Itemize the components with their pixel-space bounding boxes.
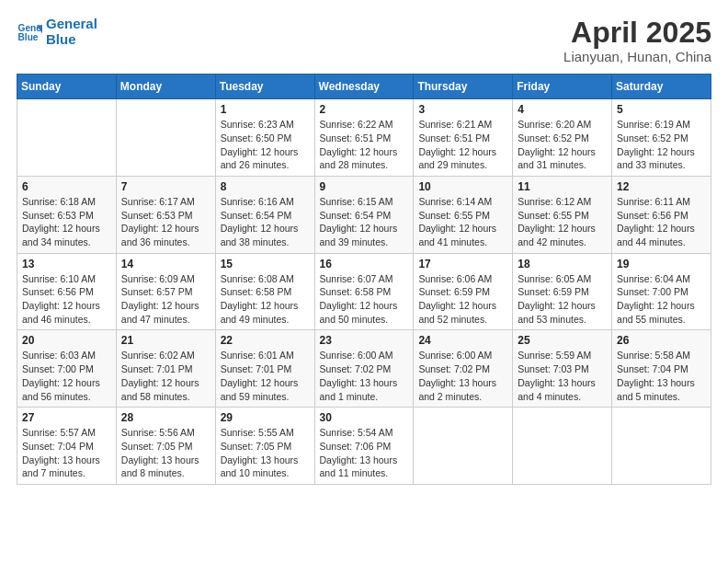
- calendar-table: SundayMondayTuesdayWednesdayThursdayFrid…: [17, 74, 711, 485]
- calendar-cell: [414, 408, 513, 485]
- calendar-subtitle: Lianyuan, Hunan, China: [563, 49, 711, 64]
- calendar-cell: 11Sunrise: 6:12 AM Sunset: 6:55 PM Dayli…: [513, 176, 612, 253]
- day-number: 6: [22, 180, 111, 193]
- day-number: 28: [121, 411, 210, 424]
- calendar-cell: 16Sunrise: 6:07 AM Sunset: 6:58 PM Dayli…: [314, 253, 414, 330]
- day-info: Sunrise: 6:08 AM Sunset: 6:58 PM Dayligh…: [221, 272, 310, 327]
- calendar-week-4: 20Sunrise: 6:03 AM Sunset: 7:00 PM Dayli…: [17, 330, 711, 408]
- day-number: 17: [418, 258, 507, 270]
- day-info: Sunrise: 6:20 AM Sunset: 6:52 PM Dayligh…: [518, 118, 607, 172]
- day-info: Sunrise: 5:56 AM Sunset: 7:05 PM Dayligh…: [121, 426, 210, 480]
- calendar-cell: 10Sunrise: 6:14 AM Sunset: 6:55 PM Dayli…: [414, 176, 513, 253]
- header: General Blue General Blue April 2025 Lia…: [17, 17, 711, 64]
- header-day-sunday: Sunday: [17, 75, 117, 99]
- day-info: Sunrise: 5:57 AM Sunset: 7:04 PM Dayligh…: [22, 426, 111, 480]
- day-info: Sunrise: 6:21 AM Sunset: 6:51 PM Dayligh…: [418, 118, 507, 172]
- calendar-title: April 2025: [563, 17, 711, 49]
- day-number: 2: [320, 103, 409, 116]
- day-info: Sunrise: 6:00 AM Sunset: 7:02 PM Dayligh…: [320, 349, 409, 403]
- calendar-cell: [116, 99, 215, 177]
- calendar-cell: 15Sunrise: 6:08 AM Sunset: 6:58 PM Dayli…: [215, 253, 314, 330]
- calendar-cell: 12Sunrise: 6:11 AM Sunset: 6:56 PM Dayli…: [612, 176, 711, 253]
- calendar-cell: 30Sunrise: 5:54 AM Sunset: 7:06 PM Dayli…: [314, 408, 414, 485]
- calendar-cell: 17Sunrise: 6:06 AM Sunset: 6:59 PM Dayli…: [414, 253, 513, 330]
- header-day-thursday: Thursday: [414, 75, 513, 99]
- calendar-cell: 5Sunrise: 6:19 AM Sunset: 6:52 PM Daylig…: [612, 99, 711, 177]
- day-number: 9: [320, 180, 409, 193]
- day-number: 14: [121, 258, 210, 270]
- day-number: 12: [617, 180, 706, 193]
- day-number: 21: [121, 334, 210, 347]
- day-number: 10: [418, 180, 507, 193]
- day-info: Sunrise: 6:15 AM Sunset: 6:54 PM Dayligh…: [320, 195, 409, 249]
- calendar-header-row: SundayMondayTuesdayWednesdayThursdayFrid…: [17, 75, 711, 99]
- day-number: 3: [418, 103, 507, 116]
- calendar-header: SundayMondayTuesdayWednesdayThursdayFrid…: [17, 75, 711, 99]
- header-day-friday: Friday: [513, 75, 612, 99]
- calendar-cell: 9Sunrise: 6:15 AM Sunset: 6:54 PM Daylig…: [314, 176, 414, 253]
- day-number: 18: [518, 258, 607, 270]
- calendar-cell: 21Sunrise: 6:02 AM Sunset: 7:01 PM Dayli…: [116, 330, 215, 408]
- calendar-cell: 22Sunrise: 6:01 AM Sunset: 7:01 PM Dayli…: [215, 330, 314, 408]
- calendar-week-1: 1Sunrise: 6:23 AM Sunset: 6:50 PM Daylig…: [17, 99, 711, 177]
- day-info: Sunrise: 6:11 AM Sunset: 6:56 PM Dayligh…: [617, 195, 706, 249]
- day-number: 26: [617, 334, 706, 347]
- day-number: 13: [22, 258, 111, 270]
- header-day-tuesday: Tuesday: [215, 75, 314, 99]
- header-day-monday: Monday: [116, 75, 215, 99]
- day-number: 4: [518, 103, 607, 116]
- calendar-cell: 4Sunrise: 6:20 AM Sunset: 6:52 PM Daylig…: [513, 99, 612, 177]
- calendar-cell: 26Sunrise: 5:58 AM Sunset: 7:04 PM Dayli…: [612, 330, 711, 408]
- logo-line2: Blue: [46, 31, 76, 47]
- calendar-week-3: 13Sunrise: 6:10 AM Sunset: 6:56 PM Dayli…: [17, 253, 711, 330]
- calendar-week-5: 27Sunrise: 5:57 AM Sunset: 7:04 PM Dayli…: [17, 408, 711, 485]
- day-info: Sunrise: 6:14 AM Sunset: 6:55 PM Dayligh…: [418, 195, 507, 249]
- calendar-cell: 2Sunrise: 6:22 AM Sunset: 6:51 PM Daylig…: [314, 99, 414, 177]
- day-info: Sunrise: 6:10 AM Sunset: 6:56 PM Dayligh…: [22, 272, 111, 327]
- day-number: 7: [121, 180, 210, 193]
- calendar-cell: 14Sunrise: 6:09 AM Sunset: 6:57 PM Dayli…: [116, 253, 215, 330]
- calendar-cell: 19Sunrise: 6:04 AM Sunset: 7:00 PM Dayli…: [612, 253, 711, 330]
- calendar-cell: [612, 408, 711, 485]
- day-number: 30: [320, 411, 409, 424]
- day-number: 15: [221, 258, 310, 270]
- day-number: 24: [418, 334, 507, 347]
- calendar-cell: 8Sunrise: 6:16 AM Sunset: 6:54 PM Daylig…: [215, 176, 314, 253]
- calendar-cell: 23Sunrise: 6:00 AM Sunset: 7:02 PM Dayli…: [314, 330, 414, 408]
- day-info: Sunrise: 6:00 AM Sunset: 7:02 PM Dayligh…: [418, 349, 507, 403]
- calendar-cell: 27Sunrise: 5:57 AM Sunset: 7:04 PM Dayli…: [17, 408, 117, 485]
- calendar-cell: 13Sunrise: 6:10 AM Sunset: 6:56 PM Dayli…: [17, 253, 117, 330]
- calendar-cell: 1Sunrise: 6:23 AM Sunset: 6:50 PM Daylig…: [215, 99, 314, 177]
- day-info: Sunrise: 6:17 AM Sunset: 6:53 PM Dayligh…: [121, 195, 210, 249]
- day-info: Sunrise: 5:55 AM Sunset: 7:05 PM Dayligh…: [221, 426, 310, 480]
- day-number: 5: [617, 103, 706, 116]
- title-block: April 2025 Lianyuan, Hunan, China: [563, 17, 711, 64]
- day-number: 25: [518, 334, 607, 347]
- logo-text: General Blue: [46, 17, 97, 47]
- day-number: 8: [221, 180, 310, 193]
- logo: General Blue General Blue: [17, 17, 97, 47]
- day-info: Sunrise: 5:58 AM Sunset: 7:04 PM Dayligh…: [617, 349, 706, 403]
- calendar-body: 1Sunrise: 6:23 AM Sunset: 6:50 PM Daylig…: [17, 99, 711, 485]
- day-info: Sunrise: 6:06 AM Sunset: 6:59 PM Dayligh…: [418, 272, 507, 327]
- day-info: Sunrise: 6:03 AM Sunset: 7:00 PM Dayligh…: [22, 349, 111, 403]
- calendar-cell: 20Sunrise: 6:03 AM Sunset: 7:00 PM Dayli…: [17, 330, 117, 408]
- svg-text:Blue: Blue: [18, 32, 39, 42]
- day-info: Sunrise: 6:19 AM Sunset: 6:52 PM Dayligh…: [617, 118, 706, 172]
- day-info: Sunrise: 6:23 AM Sunset: 6:50 PM Dayligh…: [221, 118, 310, 172]
- calendar-cell: 24Sunrise: 6:00 AM Sunset: 7:02 PM Dayli…: [414, 330, 513, 408]
- day-number: 23: [320, 334, 409, 347]
- day-info: Sunrise: 6:07 AM Sunset: 6:58 PM Dayligh…: [320, 272, 409, 327]
- day-number: 16: [320, 258, 409, 270]
- header-day-saturday: Saturday: [612, 75, 711, 99]
- calendar-cell: 7Sunrise: 6:17 AM Sunset: 6:53 PM Daylig…: [116, 176, 215, 253]
- day-info: Sunrise: 6:04 AM Sunset: 7:00 PM Dayligh…: [617, 272, 706, 327]
- day-info: Sunrise: 6:16 AM Sunset: 6:54 PM Dayligh…: [221, 195, 310, 249]
- day-number: 11: [518, 180, 607, 193]
- calendar-cell: 29Sunrise: 5:55 AM Sunset: 7:05 PM Dayli…: [215, 408, 314, 485]
- day-info: Sunrise: 6:09 AM Sunset: 6:57 PM Dayligh…: [121, 272, 210, 327]
- day-number: 22: [221, 334, 310, 347]
- day-number: 1: [221, 103, 310, 116]
- day-info: Sunrise: 6:18 AM Sunset: 6:53 PM Dayligh…: [22, 195, 111, 249]
- calendar-cell: 3Sunrise: 6:21 AM Sunset: 6:51 PM Daylig…: [414, 99, 513, 177]
